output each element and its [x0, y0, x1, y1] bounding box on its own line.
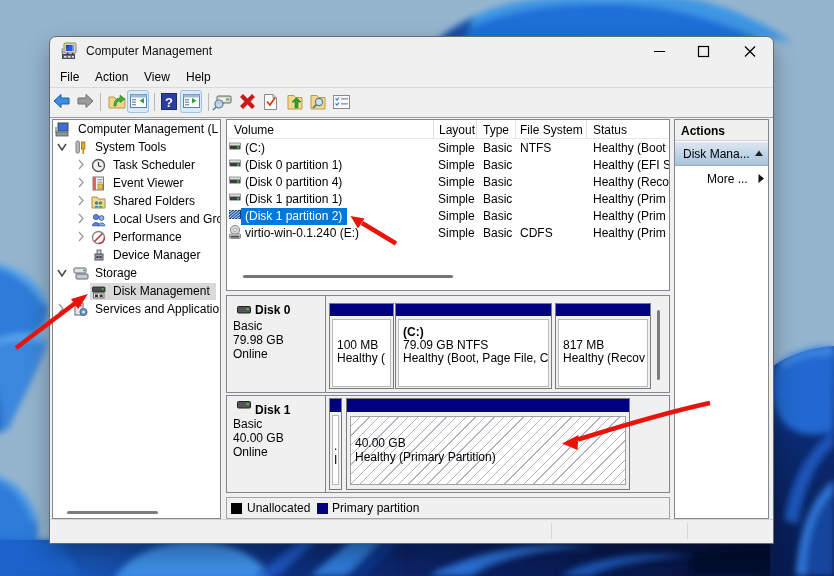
svg-text:?: ? [165, 95, 173, 110]
